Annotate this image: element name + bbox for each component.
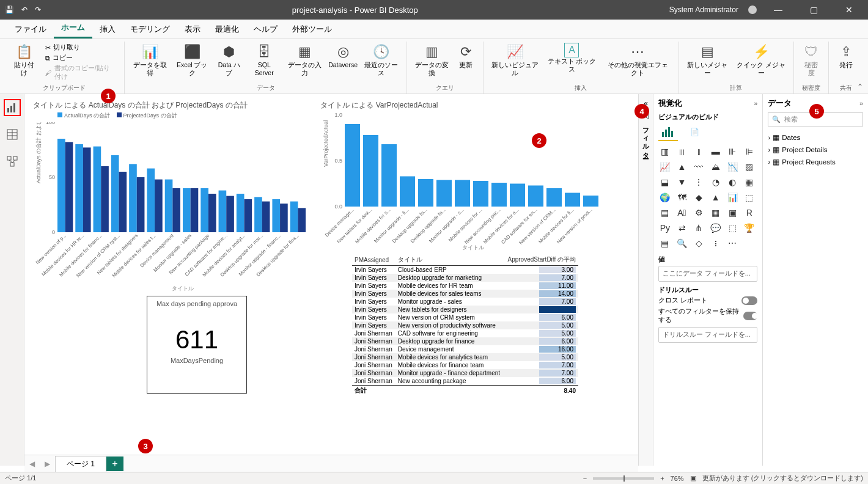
- viz-type-icon[interactable]: ▬: [709, 145, 723, 158]
- tab-optimize[interactable]: 最適化: [208, 20, 246, 38]
- viz-type-icon[interactable]: ◔: [709, 175, 723, 189]
- table-row[interactable]: Irvin SayersMobile devices for sales tea…: [352, 290, 578, 298]
- chart-actual-projected[interactable]: タイトル による ActualDays の合計 および ProjectedDay…: [33, 100, 314, 296]
- update-notice[interactable]: 更新があります (クリックするとダウンロードします): [702, 474, 863, 483]
- tab-modeling[interactable]: モデリング: [123, 20, 177, 38]
- collapse-ribbon-icon[interactable]: ⌃: [857, 82, 863, 91]
- viz-type-icon[interactable]: ▦: [743, 175, 756, 189]
- keep-filters-toggle[interactable]: [743, 312, 757, 320]
- table-row[interactable]: Irvin SayersCloud-based ERP3.00: [352, 266, 578, 274]
- cross-report-toggle[interactable]: [741, 296, 757, 305]
- viz-type-icon[interactable]: 🌍: [658, 191, 672, 204]
- viz-type-icon[interactable]: ▣: [726, 206, 739, 219]
- cut-button[interactable]: ✂切り取り: [44, 43, 117, 53]
- viz-type-icon[interactable]: 〰: [692, 160, 705, 174]
- table-row[interactable]: Joni ShermanMobile devices for finance t…: [352, 361, 578, 369]
- new-measure-button[interactable]: ▤新しいメジャー: [684, 42, 731, 78]
- viz-type-icon[interactable]: 📈: [658, 160, 672, 174]
- minimize-button[interactable]: —: [764, 5, 792, 15]
- save-icon[interactable]: 💾: [5, 6, 14, 14]
- viz-type-icon[interactable]: ⬚: [743, 191, 756, 204]
- tab-insert[interactable]: 挿入: [92, 20, 123, 38]
- dataverse-button[interactable]: ◎Dataverse: [328, 42, 359, 70]
- user-name[interactable]: System Administrator: [669, 6, 738, 14]
- excel-button[interactable]: ⬛Excel ブック: [173, 42, 211, 78]
- table-row[interactable]: Joni ShermanMonitor upgrade - finance de…: [352, 369, 578, 377]
- undo-icon[interactable]: ↶: [21, 6, 28, 14]
- card-max-days-pending[interactable]: Max days pending approva 611 MaxDaysPend…: [147, 296, 247, 394]
- model-view-button[interactable]: [4, 153, 21, 170]
- redo-icon[interactable]: ↷: [35, 6, 41, 14]
- viz-type-icon[interactable]: ⊫: [743, 145, 756, 158]
- refresh-button[interactable]: ⟳更新: [454, 42, 478, 70]
- tab-external[interactable]: 外部ツール: [285, 20, 339, 38]
- format-visual-tab[interactable]: 📄: [685, 124, 705, 141]
- report-view-button[interactable]: [4, 99, 21, 116]
- collapse-viz-icon[interactable]: »: [754, 100, 757, 107]
- viz-type-icon[interactable]: 📉: [726, 160, 739, 174]
- viz-type-icon[interactable]: ▨: [743, 160, 756, 174]
- table-approved-start-diff[interactable]: PMAssigned タイトル ApprovedStartDiff の平均 Ir…: [352, 254, 578, 395]
- table-row[interactable]: Irvin SayersMonitor upgrade - sales7.00: [352, 298, 578, 306]
- viz-type-icon[interactable]: ◐: [726, 175, 739, 189]
- next-page-button[interactable]: ▶: [40, 457, 55, 471]
- viz-type-icon[interactable]: 🏆: [743, 221, 756, 235]
- paste-button[interactable]: 📋 貼り付け: [10, 42, 39, 78]
- format-painter-button[interactable]: 🖌書式のコピー/貼り付け: [44, 64, 117, 82]
- viz-type-icon[interactable]: 📊: [726, 191, 739, 204]
- more-visuals-button[interactable]: ⋯その他の視覚エフェクト: [602, 42, 674, 78]
- textbox-button[interactable]: Aテキスト ボックス: [544, 42, 599, 74]
- viz-type-icon[interactable]: ▤: [658, 237, 672, 250]
- tab-home[interactable]: ホーム: [54, 18, 92, 38]
- report-canvas[interactable]: タイトル による ActualDays の合計 および ProjectedDay…: [24, 94, 638, 466]
- viz-type-icon[interactable]: Py: [658, 221, 672, 235]
- table-row[interactable]: Joni ShermanNew accounting package6.00: [352, 377, 578, 386]
- table-row[interactable]: Irvin SayersNew tablets for designers27.…: [352, 306, 578, 314]
- prev-page-button[interactable]: ◀: [24, 457, 40, 471]
- add-page-button[interactable]: +: [106, 457, 123, 471]
- zoom-slider[interactable]: [593, 477, 654, 480]
- sql-button[interactable]: 🗄SQL Server: [247, 42, 282, 78]
- quick-measure-button[interactable]: ⚡クイック メジャー: [734, 42, 789, 78]
- build-visual-tab[interactable]: [658, 124, 678, 141]
- viz-type-icon[interactable]: 🔍: [675, 237, 689, 250]
- viz-type-icon[interactable]: ⋮: [692, 175, 705, 189]
- viz-type-icon[interactable]: ⋔: [692, 221, 705, 235]
- viz-type-icon[interactable]: ⚙: [692, 206, 705, 219]
- table-row[interactable]: Joni ShermanDesktop upgrade for finance6…: [352, 337, 578, 345]
- copy-button[interactable]: ⧉コピー: [44, 53, 117, 63]
- viz-type-icon[interactable]: ⬓: [658, 175, 672, 189]
- viz-type-icon[interactable]: ▦: [709, 206, 723, 219]
- drillthrough-field-well[interactable]: ドリルスルー フィールドを...: [658, 327, 758, 343]
- data-view-button[interactable]: [4, 126, 21, 143]
- datahub-button[interactable]: ⬢Data ハブ: [214, 42, 245, 78]
- zoom-in-button[interactable]: +: [660, 475, 664, 482]
- viz-type-icon[interactable]: ▥: [658, 145, 672, 158]
- get-data-button[interactable]: 📊データを取得: [130, 42, 171, 78]
- filter-pane-label[interactable]: フィルター: [641, 123, 650, 155]
- viz-type-icon[interactable]: ⫶: [709, 237, 723, 250]
- viz-type-icon[interactable]: ⫼: [675, 145, 689, 158]
- viz-type-icon[interactable]: 🗺: [675, 191, 689, 204]
- viz-type-icon[interactable]: ⊪: [726, 145, 739, 158]
- table-row[interactable]: Joni ShermanMobile devices for analytics…: [352, 353, 578, 361]
- viz-type-icon[interactable]: A⃞: [675, 206, 689, 219]
- tab-file[interactable]: ファイル: [7, 20, 54, 38]
- viz-type-icon[interactable]: ⋯: [726, 237, 739, 250]
- table-row[interactable]: Joni ShermanCAD software for engineering…: [352, 329, 578, 337]
- viz-type-icon[interactable]: ⛰: [709, 160, 723, 174]
- avatar[interactable]: [748, 6, 757, 14]
- new-visual-button[interactable]: 📈新しいビジュアル: [488, 42, 542, 78]
- viz-type-icon[interactable]: ⬚: [726, 221, 739, 235]
- enter-data-button[interactable]: ▦データの入力: [284, 42, 325, 78]
- field-project-requests[interactable]: ›▦Project Requests: [768, 156, 863, 168]
- sensitivity-button[interactable]: 🛡秘密度: [799, 42, 823, 78]
- table-row[interactable]: Irvin SayersDesktop upgrade for marketin…: [352, 274, 578, 282]
- tab-view[interactable]: 表示: [177, 20, 208, 38]
- table-row[interactable]: Joni ShermanDevice management16.00: [352, 345, 578, 353]
- collapse-data-icon[interactable]: »: [859, 100, 863, 107]
- page-tab-1[interactable]: ページ 1: [55, 456, 106, 472]
- zoom-out-button[interactable]: −: [583, 475, 587, 482]
- transform-button[interactable]: ▥データの変換: [412, 42, 451, 78]
- field-project-details[interactable]: ›▦Project Details: [768, 144, 863, 156]
